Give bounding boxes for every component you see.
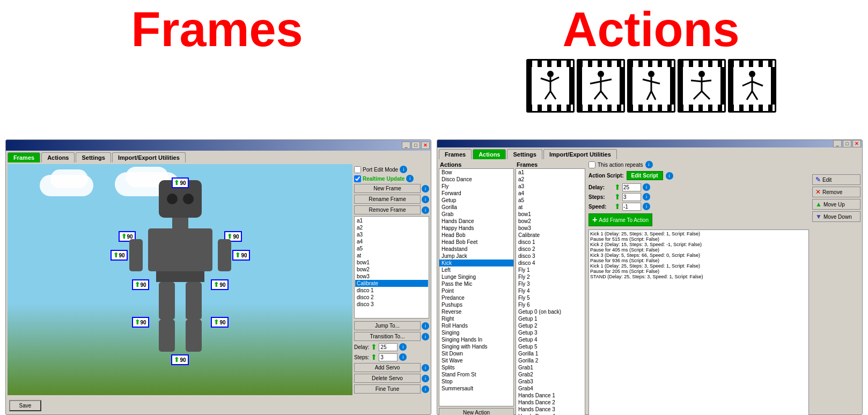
action-reverse[interactable]: Reverse [439, 308, 513, 315]
action-pass-mic[interactable]: Pass the Mic [439, 280, 513, 287]
new-action-btn[interactable]: New Action [439, 408, 514, 415]
steps-info[interactable]: i [399, 353, 407, 361]
frame-item-calibrate[interactable]: Calibrate [355, 280, 428, 287]
rename-frame-btn[interactable]: Rename Frame [354, 195, 421, 204]
frame-col-fly1[interactable]: Fly 1 [516, 266, 585, 273]
action-predance[interactable]: Predance [439, 294, 513, 301]
frame-item-a2[interactable]: a2 [355, 224, 428, 231]
action-stand-from-st[interactable]: Stand From St [439, 371, 513, 378]
tab-actions-left[interactable]: Actions [41, 152, 75, 162]
close-btn-left[interactable]: ✕ [421, 142, 430, 149]
action-happy-hands[interactable]: Happy Hands [439, 225, 513, 232]
move-down-side-btn[interactable]: ▼ Move Down [812, 211, 860, 222]
frame-col-fly3[interactable]: Fly 3 [516, 280, 585, 287]
action-head-bob[interactable]: Head Bob [439, 232, 513, 239]
action-right[interactable]: Right [439, 315, 513, 322]
add-servo-btn[interactable]: Add Servo [354, 363, 421, 372]
fine-tune-btn[interactable]: Fine Tune [354, 384, 421, 394]
actions-list-box[interactable]: Bow Disco Dance Fly Forward Getup Gorill… [439, 168, 514, 406]
steps-param-info[interactable]: i [643, 193, 650, 201]
transition-info[interactable]: i [422, 333, 429, 340]
frame-col-gorilla1[interactable]: Gorilla 1 [516, 350, 585, 357]
frame-col-getup1[interactable]: Getup 1 [516, 315, 585, 322]
left-save-btn[interactable]: Save [9, 400, 41, 411]
frame-col-bow3[interactable]: bow3 [516, 225, 585, 232]
frame-item-at[interactable]: at [355, 252, 428, 259]
frame-col-a2[interactable]: a2 [516, 176, 585, 183]
action-sit-down[interactable]: Sit Down [439, 350, 513, 357]
frame-col-bow2[interactable]: bow2 [516, 218, 585, 225]
frame-col-fly6[interactable]: Fly 6 [516, 301, 585, 308]
delete-servo-info[interactable]: i [422, 375, 429, 382]
action-singing[interactable]: Singing [439, 329, 513, 336]
speed-param-info[interactable]: i [643, 203, 650, 210]
tab-settings-left[interactable]: Settings [76, 152, 111, 162]
frame-col-getup4[interactable]: Getup 4 [516, 336, 585, 343]
transition-btn[interactable]: Transition To... [354, 332, 421, 341]
frame-item-bow1[interactable]: bow1 [355, 259, 428, 266]
frame-col-a4[interactable]: a4 [516, 190, 585, 197]
port-edit-checkbox[interactable] [354, 166, 361, 173]
add-frame-btn[interactable]: + Add Frame To Action [589, 213, 652, 226]
frame-col-grab2[interactable]: Grab2 [516, 371, 585, 378]
remove-frame-info[interactable]: i [422, 206, 429, 214]
action-lunge-singing[interactable]: Lunge Singing [439, 273, 513, 280]
delay-param-input[interactable] [622, 183, 641, 191]
action-jump-jack[interactable]: Jump Jack [439, 253, 513, 260]
frame-col-hands-dance3[interactable]: Hands Dance 3 [516, 406, 585, 413]
frame-col-disco1[interactable]: disco 1 [516, 239, 585, 246]
realtime-update-checkbox[interactable] [354, 175, 361, 182]
remove-side-btn[interactable]: ✕ Remove [812, 187, 860, 197]
delay-param-info[interactable]: i [643, 183, 650, 191]
frame-col-getup5[interactable]: Getup 5 [516, 343, 585, 350]
tab-import-right[interactable]: Import/Export Utilities [543, 149, 617, 159]
repeats-info[interactable]: i [645, 161, 653, 168]
frame-col-hands-dance4[interactable]: Hands Dance 4 [516, 413, 585, 415]
tab-frames-right[interactable]: Frames [439, 149, 472, 159]
frame-col-a3[interactable]: a3 [516, 183, 585, 190]
frame-item-a4[interactable]: a4 [355, 238, 428, 245]
frames-list-box[interactable]: a1 a2 a3 a4 a5 at bow1 bow2 bow3 Calibra… [516, 168, 585, 415]
action-gorilla[interactable]: Gorilla [439, 204, 513, 211]
action-left[interactable]: Left [439, 266, 513, 273]
add-servo-info[interactable]: i [422, 364, 429, 372]
frame-col-grab4[interactable]: Grab4 [516, 385, 585, 392]
frame-list[interactable]: a1 a2 a3 a4 a5 at bow1 bow2 bow3 Calibra… [354, 216, 429, 318]
action-fly[interactable]: Fly [439, 183, 513, 190]
close-btn-right[interactable]: ✕ [852, 140, 861, 147]
frame-col-fly4[interactable]: Fly 4 [516, 287, 585, 294]
tab-frames-left[interactable]: Frames [8, 152, 40, 162]
delete-servo-btn[interactable]: Delete Servo [354, 374, 421, 383]
action-stop[interactable]: Stop [439, 378, 513, 385]
action-disco-dance[interactable]: Disco Dance [439, 176, 513, 183]
speed-param-input[interactable] [622, 203, 641, 211]
new-frame-btn[interactable]: New Frame [354, 184, 421, 193]
new-frame-info[interactable]: i [422, 185, 429, 192]
action-kick[interactable]: Kick [439, 260, 513, 266]
port-edit-info[interactable]: i [400, 166, 407, 173]
frame-col-getup2[interactable]: Getup 2 [516, 322, 585, 329]
jump-to-btn[interactable]: Jump To... [354, 321, 421, 330]
action-forward[interactable]: Forward [439, 190, 513, 197]
frame-item-disco3[interactable]: disco 3 [355, 301, 428, 308]
frame-col-at[interactable]: at [516, 204, 585, 211]
frame-item-bow2[interactable]: bow2 [355, 266, 428, 273]
tab-actions-right[interactable]: Actions [473, 149, 506, 159]
frame-col-grab1[interactable]: Grab1 [516, 364, 585, 371]
edit-script-info[interactable]: i [666, 172, 673, 180]
frame-col-fly5[interactable]: Fly 5 [516, 294, 585, 301]
frame-col-grab3[interactable]: Grab3 [516, 378, 585, 385]
frame-item-a3[interactable]: a3 [355, 231, 428, 238]
action-pushups[interactable]: Pushups [439, 301, 513, 308]
delay-info[interactable]: i [399, 343, 407, 351]
action-roll-hands[interactable]: Roll Hands [439, 322, 513, 329]
frame-item-a1[interactable]: a1 [355, 217, 428, 224]
action-singing-hands-in[interactable]: Singing Hands In [439, 336, 513, 343]
frame-col-hands-dance1[interactable]: Hands Dance 1 [516, 392, 585, 399]
move-up-side-btn[interactable]: ▲ Move Up [812, 199, 860, 210]
action-head-bob-feet[interactable]: Head Bob Feet [439, 239, 513, 246]
frame-col-getup3[interactable]: Getup 3 [516, 329, 585, 336]
frame-item-disco1[interactable]: disco 1 [355, 287, 428, 294]
jump-to-info[interactable]: i [422, 322, 429, 330]
remove-frame-btn[interactable]: Remove Frame [354, 205, 421, 214]
